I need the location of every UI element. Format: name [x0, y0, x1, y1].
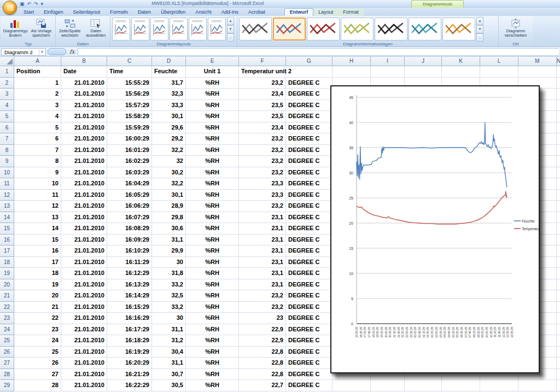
tab-start[interactable]: Start — [19, 9, 39, 16]
cell-G15[interactable]: DEGREE C — [286, 223, 332, 235]
cell-C10[interactable]: 16:03:29 — [107, 167, 152, 179]
cell-G23[interactable]: DEGREE C — [286, 313, 332, 324]
cell-E18[interactable]: %RH — [186, 257, 239, 268]
cell-A17[interactable]: 16 — [14, 245, 61, 257]
row-header-8[interactable]: 8 — [0, 145, 14, 156]
cell-B18[interactable]: 21.01.2010 — [61, 257, 107, 268]
cell-N5[interactable] — [557, 111, 560, 122]
tab-überprüfen[interactable]: Überprüfen — [156, 9, 190, 16]
cell-G5[interactable]: DEGREE C — [286, 111, 332, 122]
cell-N4[interactable] — [557, 100, 560, 112]
cell-D10[interactable]: 30,2 — [152, 167, 186, 179]
tab-seitenlayout[interactable]: Seitenlayout — [68, 9, 106, 16]
move-chart-button[interactable]: Diagramm verschieben — [501, 17, 530, 41]
cell-F18[interactable]: 23,1 — [239, 257, 286, 268]
column-header-G[interactable]: G — [286, 57, 332, 66]
cell-D9[interactable]: 32 — [152, 156, 186, 167]
cell-D2[interactable]: 31,7 — [152, 78, 186, 89]
cell-N16[interactable] — [557, 235, 560, 246]
row-header-28[interactable]: 28 — [0, 369, 14, 381]
cell-B28[interactable]: 21.01.2010 — [61, 369, 107, 381]
column-header-L[interactable]: L — [480, 57, 518, 66]
cell-B23[interactable]: 21.01.2010 — [61, 313, 107, 324]
cell-N6[interactable] — [557, 122, 560, 134]
cell-G12[interactable]: DEGREE C — [286, 190, 332, 201]
switch-row-column-button[interactable]: Zeile/Spalte wechseln — [57, 17, 83, 41]
cell-B9[interactable]: 21.01.2010 — [61, 156, 107, 167]
cell-D7[interactable]: 29,2 — [152, 133, 186, 145]
cell-N26[interactable] — [557, 347, 560, 358]
row-header-7[interactable]: 7 — [0, 133, 14, 145]
cell-G8[interactable]: DEGREE C — [286, 145, 332, 156]
cell-D22[interactable]: 33,2 — [152, 302, 186, 313]
cell-E20[interactable]: %RH — [186, 279, 239, 291]
cell-B19[interactable]: 21.01.2010 — [61, 268, 107, 279]
row-header-26[interactable]: 26 — [0, 347, 14, 358]
cell-C24[interactable]: 16:17:29 — [107, 324, 152, 336]
row-header-2[interactable]: 2 — [0, 78, 14, 89]
cell-B22[interactable]: 21.01.2010 — [61, 302, 107, 313]
cell-A8[interactable]: 7 — [14, 145, 61, 156]
cell-D23[interactable]: 30 — [152, 313, 186, 324]
cell-K29[interactable] — [442, 380, 480, 391]
cell-G26[interactable]: DEGREE C — [286, 347, 332, 358]
cell-C18[interactable]: 16:11:29 — [107, 257, 152, 268]
cell-N21[interactable] — [557, 290, 560, 302]
row-header-21[interactable]: 21 — [0, 290, 14, 302]
cell-C4[interactable]: 15:57:29 — [107, 100, 152, 112]
cell-B15[interactable]: 21.01.2010 — [61, 223, 107, 235]
tab-layout[interactable]: Layout — [313, 9, 338, 16]
cell-D11[interactable]: 32,2 — [152, 178, 186, 190]
cell-L1[interactable] — [480, 66, 518, 78]
column-header-F[interactable]: F — [239, 57, 286, 66]
cell-G1[interactable] — [286, 66, 332, 78]
cell-N28[interactable] — [557, 369, 560, 381]
cell-F10[interactable]: 23,2 — [239, 167, 286, 179]
cell-N10[interactable] — [557, 167, 560, 179]
row-header-24[interactable]: 24 — [0, 324, 14, 336]
tab-formeln[interactable]: Formeln — [105, 9, 133, 16]
row-header-25[interactable]: 25 — [0, 335, 14, 347]
cell-C3[interactable]: 15:56:29 — [107, 89, 152, 100]
cell-M1[interactable] — [518, 66, 557, 78]
cell-F22[interactable]: 23,2 — [239, 302, 286, 313]
cell-E29[interactable]: %RH — [186, 380, 239, 391]
cell-G2[interactable]: DEGREE C — [286, 78, 332, 89]
cell-C25[interactable]: 16:18:29 — [107, 335, 152, 347]
chart-style-thumb-4[interactable] — [341, 17, 374, 40]
column-header-E[interactable]: E — [186, 57, 239, 66]
cell-B21[interactable]: 21.01.2010 — [61, 290, 107, 302]
cell-J1[interactable] — [405, 66, 442, 78]
cell-C20[interactable]: 16:13:29 — [107, 279, 152, 291]
cell-A4[interactable]: 3 — [14, 100, 61, 112]
cell-D12[interactable]: 30,1 — [152, 190, 186, 201]
cell-E12[interactable]: %RH — [186, 190, 239, 201]
cell-G3[interactable]: DEGREE C — [286, 89, 332, 100]
cell-D16[interactable]: 31,1 — [152, 235, 186, 246]
cell-G7[interactable]: DEGREE C — [286, 133, 332, 145]
cell-C7[interactable]: 16:00:29 — [107, 133, 152, 145]
cell-N11[interactable] — [557, 178, 560, 190]
cell-E14[interactable]: %RH — [186, 212, 239, 224]
formula-bar-buttons[interactable] — [48, 48, 66, 55]
cell-A7[interactable]: 6 — [14, 133, 61, 145]
cell-F23[interactable]: 23 — [239, 313, 286, 324]
cell-A23[interactable]: 22 — [14, 313, 61, 324]
cell-D27[interactable]: 31,1 — [152, 358, 186, 369]
cell-A19[interactable]: 18 — [14, 268, 61, 279]
cell-B25[interactable]: 21.01.2010 — [61, 335, 107, 347]
cell-E5[interactable]: %RH — [186, 111, 239, 122]
cell-F1[interactable]: Temperatur unit 2 — [239, 66, 286, 78]
cell-A5[interactable]: 4 — [14, 111, 61, 122]
cell-F24[interactable]: 22,9 — [239, 324, 286, 336]
cell-N3[interactable] — [557, 89, 560, 100]
cell-C27[interactable]: 16:20:29 — [107, 358, 152, 369]
tab-format[interactable]: Format — [338, 9, 364, 16]
cell-D13[interactable]: 28,9 — [152, 201, 186, 212]
cell-E25[interactable]: %RH — [186, 335, 239, 347]
tab-acrobat[interactable]: Acrobat — [243, 9, 270, 16]
column-header-I[interactable]: I — [371, 57, 405, 66]
chart-style-thumb-2[interactable] — [273, 17, 306, 40]
cell-D20[interactable]: 33,2 — [152, 279, 186, 291]
cell-G14[interactable]: DEGREE C — [286, 212, 332, 224]
